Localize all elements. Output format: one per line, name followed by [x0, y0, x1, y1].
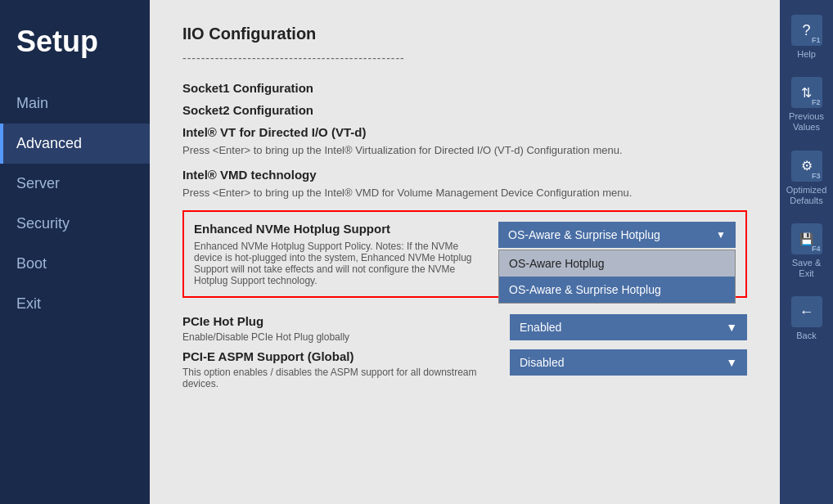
previous-values-button[interactable]: ⇅ F2 PreviousValues [780, 70, 833, 139]
socket1-heading[interactable]: Socket1 Configuration [182, 81, 747, 95]
sidebar-item-label-boot: Boot [16, 255, 47, 272]
nvme-dropdown-menu: OS-Aware Hotplug OS-Aware & Surprise Hot… [498, 250, 736, 304]
save-exit-icon: 💾 F4 [791, 223, 822, 254]
previous-values-icon: ⇅ F2 [791, 77, 822, 108]
divider: ----------------------------------------… [182, 52, 747, 65]
help-label: Help [797, 49, 816, 60]
save-exit-label: Save & Exit [784, 258, 829, 279]
sidebar: Setup Main Advanced Server Security Boot… [0, 0, 150, 504]
vmd-desc: Press <Enter> to bring up the Intel® VMD… [182, 187, 747, 199]
pci-aspm-label: PCI-E ASPM Support (Global) [182, 349, 493, 363]
pcie-hotplug-label: PCIe Hot Plug [182, 314, 493, 328]
previous-values-label: PreviousValues [789, 111, 824, 133]
help-button[interactable]: ? F1 Help [780, 8, 833, 66]
sidebar-item-boot[interactable]: Boot [0, 244, 150, 284]
pcie-hotplug-row: PCIe Hot Plug Enable/Disable PCIe Hot Pl… [182, 314, 747, 343]
pcie-hotplug-selected: Enabled [520, 321, 561, 334]
sidebar-item-advanced[interactable]: Advanced [0, 124, 150, 164]
sidebar-item-label-advanced: Advanced [16, 135, 82, 152]
pci-aspm-arrow-icon: ▼ [726, 356, 737, 369]
sidebar-item-label-security: Security [16, 215, 70, 232]
nvme-option-os-aware[interactable]: OS-Aware Hotplug [499, 250, 735, 277]
pci-aspm-selected: Disabled [520, 356, 564, 369]
pci-aspm-desc: This option enables / disables the ASPM … [182, 367, 493, 389]
right-panel: ? F1 Help ⇅ F2 PreviousValues ⚙ F3 Optim… [780, 0, 833, 504]
sidebar-item-label-exit: Exit [16, 295, 41, 313]
optimized-defaults-label: OptimizedDefaults [786, 185, 827, 206]
back-icon: ← [791, 296, 822, 327]
nvme-desc: Enhanced NVMe Hotplug Support Policy. No… [194, 241, 482, 286]
page-title: IIO Configuration [182, 25, 747, 43]
nvme-dropdown-button[interactable]: OS-Aware & Surprise Hotplug ▼ [498, 222, 736, 248]
back-label: Back [796, 331, 816, 341]
pcie-hotplug-dropdown[interactable]: Enabled ▼ [510, 314, 747, 340]
nvme-selected-value: OS-Aware & Surprise Hotplug [508, 228, 660, 241]
help-icon: ? F1 [791, 15, 822, 46]
optimized-defaults-button[interactable]: ⚙ F3 OptimizedDefaults [780, 144, 833, 213]
nvme-label: Enhanced NVMe Hotplug Support [194, 222, 482, 236]
sidebar-item-main[interactable]: Main [0, 83, 150, 124]
pcie-hotplug-desc: Enable/Disable PCIe Hot Plug globally [182, 331, 493, 343]
nvme-hotplug-section: Enhanced NVMe Hotplug Support Enhanced N… [182, 210, 747, 298]
vmd-heading[interactable]: Intel® VMD technology [182, 168, 747, 182]
sidebar-item-server[interactable]: Server [0, 164, 150, 204]
optimized-defaults-icon: ⚙ F3 [791, 151, 822, 182]
pcie-hotplug-arrow-icon: ▼ [726, 321, 737, 334]
main-content: IIO Configuration ----------------------… [150, 0, 780, 504]
sidebar-item-exit[interactable]: Exit [0, 284, 150, 324]
nvme-option-os-aware-surprise[interactable]: OS-Aware & Surprise Hotplug [499, 277, 735, 303]
socket2-heading[interactable]: Socket2 Configuration [182, 103, 747, 117]
pci-aspm-row: PCI-E ASPM Support (Global) This option … [182, 349, 747, 389]
nvme-dropdown-container: OS-Aware & Surprise Hotplug ▼ OS-Aware H… [498, 222, 736, 250]
save-exit-button[interactable]: 💾 F4 Save & Exit [780, 217, 833, 286]
pci-aspm-dropdown[interactable]: Disabled ▼ [510, 349, 747, 376]
sidebar-item-security[interactable]: Security [0, 204, 150, 244]
vtd-heading[interactable]: Intel® VT for Directed I/O (VT-d) [182, 125, 747, 139]
app-title: Setup [0, 16, 150, 83]
vtd-desc: Press <Enter> to bring up the Intel® Vir… [182, 144, 747, 156]
sidebar-item-label-server: Server [16, 175, 60, 192]
nvme-dropdown-arrow-icon: ▼ [716, 229, 726, 241]
sidebar-item-label-main: Main [16, 95, 48, 112]
back-button[interactable]: ← Back [780, 290, 833, 348]
